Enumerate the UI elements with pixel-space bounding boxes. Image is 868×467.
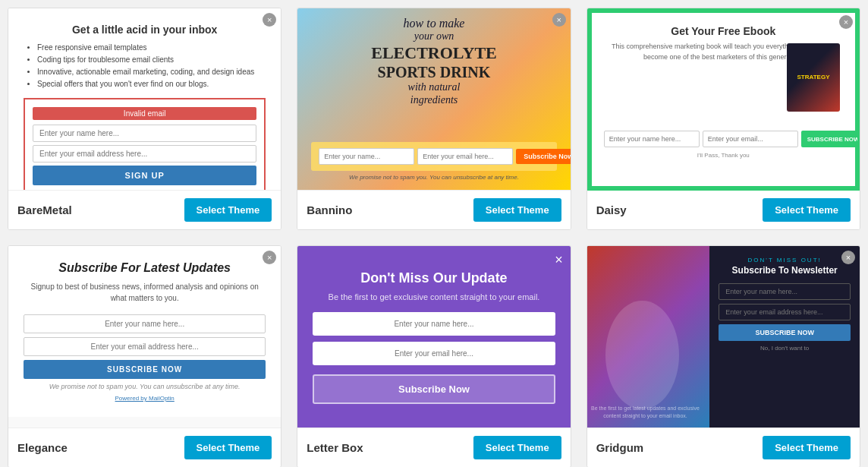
baremetal-bullet-1: Coding tips for troublesome email client… (37, 54, 266, 66)
gridgum-form: DON'T MISS OUT! Subscribe To Newsletter … (709, 246, 860, 428)
theme-card-daisy: × Get Your Free Ebook This comprehensive… (587, 8, 860, 230)
daisy-pass-link[interactable]: I'll Pass, Thank you (697, 152, 750, 159)
baremetal-content: Get a little acid in your inbox Free res… (8, 8, 281, 191)
theme-card-gridgum: × DON'T MISS OUT! Subscribe To Newslette… (587, 245, 860, 467)
letterbox-subscribe-button[interactable]: Subscribe Now (313, 374, 555, 404)
daisy-content: Get Your Free Ebook This comprehensive m… (590, 11, 857, 188)
theme-card-elegance: × Subscribe For Latest Updates Signup to… (8, 245, 281, 467)
theme-preview-daisy: × Get Your Free Ebook This comprehensive… (587, 8, 860, 191)
gridgum-image (587, 246, 710, 428)
elegance-powered[interactable]: Powered by MailOptin (24, 395, 266, 402)
theme-preview-baremetal: × Get a little acid in your inbox Free r… (8, 8, 281, 191)
elegance-content: Subscribe For Latest Updates Signup to b… (8, 246, 281, 417)
letterbox-footer: Letter Box Select Theme (297, 428, 570, 467)
bannino-text: how to make your own ELECTROLYTE SPORTS … (297, 16, 570, 107)
daisy-footer: Daisy Select Theme (587, 191, 860, 229)
letterbox-email-input[interactable] (313, 342, 555, 365)
gridgum-select-button[interactable]: Select Theme (763, 436, 851, 459)
close-icon[interactable]: × (555, 252, 563, 268)
elegance-disclaimer: We promise not to spam you. You can unsu… (24, 383, 266, 390)
bannino-subscribe-button[interactable]: Subscribe Now (516, 149, 570, 164)
theme-card-bannino: × how to make your own ELECTROLYTE SPORT… (297, 8, 571, 230)
elegance-select-button[interactable]: Select Theme (184, 436, 272, 459)
theme-grid: × Get a little acid in your inbox Free r… (8, 8, 860, 467)
baremetal-bullet-0: Free responsive email templates (37, 42, 266, 54)
bannino-line3: ELECTROLYTE (297, 43, 570, 63)
elegance-subtitle: Signup to best of business news, informe… (24, 281, 266, 304)
gridgum-dont-miss: DON'T MISS OUT! (748, 257, 822, 263)
daisy-select-button[interactable]: Select Theme (763, 198, 851, 222)
elegance-title: Subscribe For Latest Updates (24, 261, 266, 275)
bannino-form: Subscribe Now (311, 142, 556, 171)
baremetal-form: Invalid email SIGN UP We promise not to … (24, 98, 266, 191)
baremetal-signup-button[interactable]: SIGN UP (33, 166, 256, 185)
gridgum-title: Subscribe To Newsletter (732, 265, 838, 276)
elegance-email-input[interactable] (24, 337, 266, 356)
daisy-name-input[interactable] (604, 131, 700, 147)
bannino-email-input[interactable] (417, 148, 513, 165)
elegance-name-input[interactable] (24, 314, 266, 333)
bannino-line1: how to make (297, 16, 570, 30)
gridgum-name: Gridgum (596, 441, 644, 454)
bannino-name: Bannino (307, 204, 352, 216)
theme-preview-elegance: × Subscribe For Latest Updates Signup to… (8, 246, 281, 428)
bannino-name-input[interactable] (319, 148, 414, 165)
bannino-line5: with natural (297, 81, 570, 94)
baremetal-disclaimer: We promise not to spam you. You can unsu… (33, 189, 256, 191)
daisy-title: Get Your Free Ebook (671, 25, 775, 37)
letterbox-name-input[interactable] (313, 312, 555, 336)
baremetal-footer: BareMetal Select Theme (8, 191, 281, 229)
baremetal-title: Get a little acid in your inbox (24, 24, 266, 36)
close-icon[interactable]: × (839, 15, 853, 29)
theme-preview-gridgum: × DON'T MISS OUT! Subscribe To Newslette… (587, 246, 860, 428)
baremetal-email-input[interactable] (33, 145, 256, 163)
letterbox-content: × Don't Miss Our Update Be the first to … (297, 246, 570, 428)
daisy-book: STRATEGY (787, 43, 840, 112)
baremetal-bullet-3: Special offers that you won't ever find … (37, 78, 266, 90)
baremetal-bullet-2: Innovative, actionable email marketing, … (37, 66, 266, 78)
close-icon[interactable]: × (552, 13, 566, 27)
baremetal-name: BareMetal (17, 204, 72, 216)
gridgum-email-input[interactable] (719, 304, 851, 320)
theme-preview-bannino: × how to make your own ELECTROLYTE SPORT… (297, 8, 570, 191)
bannino-line2: your own (297, 30, 570, 43)
daisy-name: Daisy (596, 204, 627, 216)
daisy-email-input[interactable] (703, 131, 798, 147)
letterbox-title: Don't Miss Our Update (360, 270, 507, 286)
letterbox-subtitle: Be the first to get exclusive content st… (329, 292, 540, 301)
baremetal-bullets: Free responsive email templates Coding t… (24, 42, 266, 90)
baremetal-select-button[interactable]: Select Theme (184, 198, 272, 222)
bannino-disclaimer: We promise not to spam you. You can unsu… (349, 174, 519, 181)
gridgum-content: DON'T MISS OUT! Subscribe To Newsletter … (587, 246, 860, 428)
letterbox-select-button[interactable]: Select Theme (473, 436, 561, 459)
daisy-subscribe-button[interactable]: SUBSCRIBE NOW (801, 131, 860, 147)
bannino-content: how to make your own ELECTROLYTE SPORTS … (297, 8, 570, 190)
elegance-footer: Elegance Select Theme (8, 428, 281, 467)
baremetal-error: Invalid email (33, 107, 256, 120)
theme-card-letterbox: × Don't Miss Our Update Be the first to … (297, 245, 571, 467)
bannino-footer: Bannino Select Theme (297, 191, 570, 229)
elegance-subscribe-button[interactable]: SUBSCRIBE NOW (24, 360, 266, 379)
gridgum-no-thanks[interactable]: No, I don't want to (760, 345, 809, 352)
elegance-name: Elegance (17, 441, 68, 454)
gridgum-name-input[interactable] (719, 283, 851, 300)
gridgum-bottom-text: Be the first to get latest updates and e… (591, 405, 700, 420)
letterbox-name: Letter Box (307, 441, 363, 454)
bannino-select-button[interactable]: Select Theme (473, 198, 561, 222)
baremetal-name-input[interactable] (33, 125, 256, 142)
bannino-line6: ingredients (297, 94, 570, 107)
daisy-form: SUBSCRIBE NOW (604, 131, 843, 147)
gridgum-footer: Gridgum Select Theme (587, 428, 860, 467)
gridgum-subscribe-button[interactable]: SUBSCRIBE NOW (719, 324, 851, 341)
bannino-line4: SPORTS DRINK (297, 63, 570, 81)
theme-preview-letterbox: × Don't Miss Our Update Be the first to … (297, 246, 570, 428)
theme-card-baremetal: × Get a little acid in your inbox Free r… (8, 8, 281, 230)
close-icon[interactable]: × (841, 251, 855, 264)
